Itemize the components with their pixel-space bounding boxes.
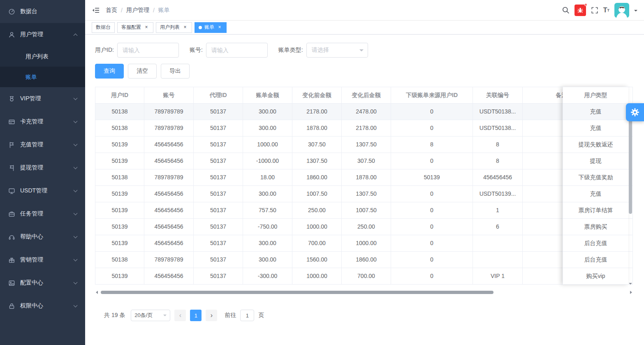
sidebar-item-config-center[interactable]: 配置中心	[0, 271, 85, 294]
cell-related-no: USDT50138...	[473, 120, 523, 137]
tab-2[interactable]: 用户列表×	[156, 22, 192, 33]
tags-bar: 数据台客服配置×用户列表×账单×	[85, 21, 644, 35]
settings-panel-button[interactable]	[626, 103, 644, 121]
cell-user-type: 购买vip	[563, 268, 628, 285]
chevron-down-icon	[74, 303, 78, 308]
table-row[interactable]: 501387897897895013718.001860.001878.0050…	[95, 169, 633, 186]
prev-page-button[interactable]: ‹	[174, 310, 186, 321]
scroll-right-arrow[interactable]	[630, 291, 632, 294]
cell-source-user-id: 0	[391, 219, 473, 235]
search-icon[interactable]	[562, 6, 570, 14]
scroll-down-arrow[interactable]	[629, 283, 632, 285]
page-1-button[interactable]: 1	[190, 310, 202, 321]
user-id-input[interactable]	[117, 43, 179, 58]
chevron-down-icon[interactable]	[634, 10, 637, 13]
table-row[interactable]: 5013945645645650137757.50250.001007.5001	[95, 202, 633, 219]
close-icon[interactable]: ×	[182, 25, 188, 30]
cell-account: 456456456	[144, 186, 194, 202]
sidebar-item-help-center[interactable]: 帮助中心	[0, 225, 85, 248]
cell-agent-id: 50137	[194, 169, 243, 186]
cell-source-user-id: 0	[391, 186, 473, 202]
cell-user-id: 50139	[95, 186, 144, 202]
vertical-scrollbar-thumb[interactable]	[629, 118, 632, 214]
sidebar-item-label: 营销管理	[20, 256, 74, 264]
sidebar-item-usdt-mgmt[interactable]: USDT管理	[0, 179, 85, 202]
cell-before-amount: 1307.50	[292, 153, 342, 169]
cell-before-amount: 1560.00	[292, 252, 342, 268]
breadcrumb-user-mgmt[interactable]: 用户管理	[126, 7, 149, 14]
sidebar-item-label: 数据台	[20, 8, 77, 15]
fullscreen-icon[interactable]	[591, 7, 598, 14]
tab-1[interactable]: 客服配置×	[117, 22, 153, 33]
cell-user-id: 50139	[95, 219, 144, 235]
account-input[interactable]	[206, 43, 268, 58]
cell-before-amount: 1000.00	[292, 219, 342, 235]
chevron-down-icon	[359, 49, 364, 53]
tab-3[interactable]: 账单×	[195, 22, 227, 33]
horizontal-scrollbar[interactable]	[95, 290, 633, 295]
export-button[interactable]: 导出	[161, 64, 190, 79]
recharge-icon	[8, 141, 15, 148]
table-row[interactable]: 50139456456456501371000.00307.501307.508…	[95, 137, 633, 153]
cell-amount: -750.00	[243, 219, 292, 235]
scroll-left-arrow[interactable]	[96, 291, 98, 294]
sidebar: 数据台用户管理用户列表账单VIP管理卡充管理充值管理提现管理USDT管理任务管理…	[0, 0, 85, 345]
cell-account: 789789789	[144, 252, 194, 268]
cell-after-amount: 2478.00	[342, 104, 391, 120]
sidebar-item-label: 帮助中心	[20, 233, 74, 241]
next-page-button[interactable]: ›	[206, 310, 217, 321]
cell-user-type: 下级充值奖励	[563, 169, 628, 186]
goto-page-input[interactable]	[240, 310, 254, 321]
table-row[interactable]: 5013945645645650137-300.001000.00700.000…	[95, 268, 633, 285]
cell-amount: 300.00	[243, 104, 292, 120]
sidebar-subitem-user-list[interactable]: 用户列表	[0, 46, 85, 67]
avatar[interactable]	[614, 3, 629, 18]
sidebar-item-label: 提现管理	[20, 164, 74, 171]
sidebar-item-card-mgmt[interactable]: 卡充管理	[0, 110, 85, 133]
table-row[interactable]: 5013878978978950137300.001878.002178.000…	[95, 120, 633, 137]
chevron-down-icon	[74, 234, 78, 238]
sidebar-item-recharge-mgmt[interactable]: 充值管理	[0, 133, 85, 156]
column-header: 变化后金额	[342, 87, 391, 104]
sidebar-item-label: 充值管理	[20, 141, 74, 148]
search-button[interactable]: 查询	[95, 64, 124, 79]
tab-0[interactable]: 数据台	[92, 22, 115, 33]
cell-before-amount: 1878.00	[292, 120, 342, 137]
sidebar-subitem-bills[interactable]: 账单	[0, 67, 85, 87]
cell-agent-id: 50137	[194, 104, 243, 120]
sidebar-item-vip-mgmt[interactable]: VIP管理	[0, 87, 85, 110]
sidebar-toggle-icon[interactable]	[92, 6, 100, 14]
column-header: 变化前金额	[292, 87, 342, 104]
sidebar-item-user-mgmt[interactable]: 用户管理	[0, 23, 85, 46]
breadcrumb-home[interactable]: 首页	[106, 7, 117, 14]
cell-amount: 300.00	[243, 120, 292, 137]
font-size-icon[interactable]: TT	[603, 7, 609, 14]
sidebar-item-task-mgmt[interactable]: 任务管理	[0, 202, 85, 225]
table-row[interactable]: 5013878978978950137300.002178.002478.000…	[95, 104, 633, 120]
cell-user-id: 50138	[95, 120, 144, 137]
sidebar-item-withdraw-mgmt[interactable]: 提现管理	[0, 156, 85, 179]
total-count: 共 19 条	[104, 312, 125, 319]
tab-label: 账单	[204, 24, 214, 31]
bill-type-select[interactable]: 请选择	[306, 43, 368, 58]
bug-report-button[interactable]	[575, 5, 586, 16]
clear-button[interactable]: 清空	[128, 64, 157, 79]
table-row[interactable]: 5013945645645650137300.00700.001000.000	[95, 235, 633, 252]
table-row[interactable]: 5013945645645650137-1000.001307.50307.50…	[95, 153, 633, 169]
cell-source-user-id: 0	[391, 120, 473, 137]
table-row[interactable]: 5013945645645650137300.001007.501307.500…	[95, 186, 633, 202]
topbar: 首页 / 用户管理 / 账单 TT	[85, 0, 644, 21]
table-row[interactable]: 5013945645645650137-750.001000.00250.000…	[95, 219, 633, 235]
page-size-select[interactable]: 20条/页	[131, 310, 170, 321]
tab-label: 数据台	[96, 24, 111, 31]
close-icon[interactable]: ×	[144, 25, 149, 30]
horizontal-scrollbar-thumb[interactable]	[101, 291, 493, 294]
account-label: 账号:	[190, 46, 203, 54]
fixed-column: 用户类型充值充值提现失败返还提现下级充值奖励充值票房订单结算票房购买后台充值后台…	[563, 87, 628, 285]
sidebar-item-permission-center[interactable]: 权限中心	[0, 294, 85, 317]
sidebar-submenu: 用户列表账单	[0, 46, 85, 87]
table-row[interactable]: 5013878978978950137300.001560.001860.000	[95, 252, 633, 268]
sidebar-item-marketing-mgmt[interactable]: 营销管理	[0, 248, 85, 271]
sidebar-item-dashboard[interactable]: 数据台	[0, 0, 85, 23]
close-icon[interactable]: ×	[217, 25, 222, 30]
